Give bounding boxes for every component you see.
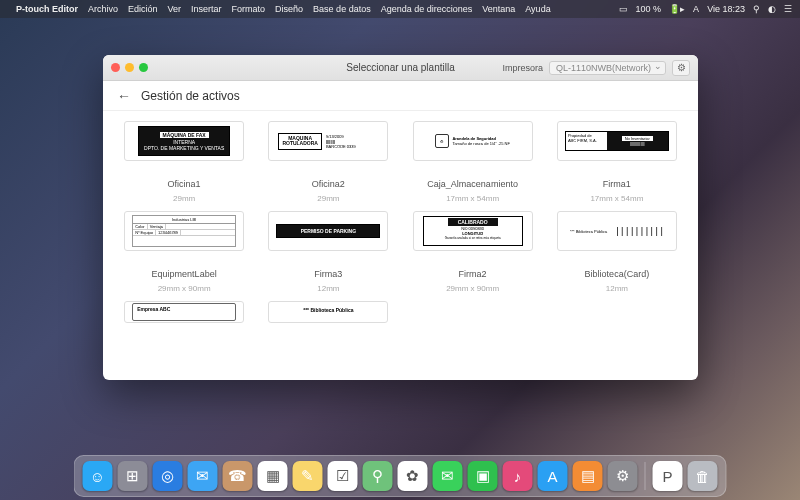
template-name: Oficina2 [312, 179, 345, 189]
clock[interactable]: Vie 18:23 [707, 4, 745, 14]
dock-maps-icon[interactable]: ⚲ [363, 461, 393, 491]
template-card[interactable]: ⚙Arandela de SeguridadTamaño de rosca de… [406, 121, 540, 203]
template-name: Biblioteca(Card) [585, 269, 650, 279]
printer-dropdown[interactable]: QL-1110NWB(Network) [549, 61, 666, 75]
template-card[interactable]: Empresa ABC [117, 301, 251, 323]
template-card[interactable]: PERMISO DE PARKING Firma3 12mm [261, 211, 395, 293]
template-size: 17mm x 54mm [446, 194, 499, 203]
template-size: 29mm x 90mm [446, 284, 499, 293]
dock-notes-icon[interactable]: ✎ [293, 461, 323, 491]
template-card[interactable]: MÁQUINA DE FAXINTERNADPTO. DE MARKETING … [117, 121, 251, 203]
battery-status[interactable]: 100 % [636, 4, 662, 14]
template-name: Caja_Almacenamiento [427, 179, 518, 189]
text-input-icon[interactable]: A [693, 4, 699, 14]
airplay-icon[interactable]: ▭ [619, 4, 628, 14]
template-card[interactable]: CALIBRADON/0 0090830LONGITUDGarantía anu… [406, 211, 540, 293]
dock-photos-icon[interactable]: ✿ [398, 461, 428, 491]
dock-finder-icon[interactable]: ☺ [83, 461, 113, 491]
notification-icon[interactable]: ☰ [784, 4, 792, 14]
macos-dock: ☺⊞◎✉☎▦✎☑⚲✿✉▣♪A▤⚙P🗑 [74, 455, 727, 497]
template-card[interactable]: Industrias LBIColorVentajaNº Equipo12344… [117, 211, 251, 293]
template-card[interactable]: MAQUINAROTULADORA9/13/2009||||||||BARCOD… [261, 121, 395, 203]
menu-formato[interactable]: Formato [232, 4, 266, 14]
template-size: 12mm [606, 284, 628, 293]
dock-mail-icon[interactable]: ✉ [188, 461, 218, 491]
gear-icon: ⚙ [677, 62, 686, 73]
dock-ptouch-icon[interactable]: P [653, 461, 683, 491]
battery-icon: 🔋▸ [669, 4, 685, 14]
template-card[interactable]: Propiedad deABC FIRM, S.A.No Inventariar… [550, 121, 684, 203]
template-size: 29mm [317, 194, 339, 203]
dock-launchpad-icon[interactable]: ⊞ [118, 461, 148, 491]
printer-label: Impresora [502, 63, 543, 73]
menu-edicion[interactable]: Edición [128, 4, 158, 14]
template-name: Firma2 [459, 269, 487, 279]
sub-header: ← Gestión de activos [103, 81, 698, 111]
menu-ayuda[interactable]: Ayuda [525, 4, 550, 14]
dock-safari-icon[interactable]: ◎ [153, 461, 183, 491]
spotlight-icon[interactable]: ⚲ [753, 4, 760, 14]
window-titlebar[interactable]: Seleccionar una plantilla Impresora QL-1… [103, 55, 698, 81]
dock-contacts-icon[interactable]: ☎ [223, 461, 253, 491]
template-size: 12mm [317, 284, 339, 293]
template-name: Oficina1 [168, 179, 201, 189]
settings-button[interactable]: ⚙ [672, 60, 690, 76]
control-center-icon[interactable]: ◐ [768, 4, 776, 14]
dock-trash-icon[interactable]: 🗑 [688, 461, 718, 491]
template-name: EquipmentLabel [152, 269, 217, 279]
menu-diseno[interactable]: Diseño [275, 4, 303, 14]
dock-calendar-icon[interactable]: ▦ [258, 461, 288, 491]
dock-facetime-icon[interactable]: ▣ [468, 461, 498, 491]
template-size: 17mm x 54mm [590, 194, 643, 203]
template-size: 29mm x 90mm [158, 284, 211, 293]
minimize-window-button[interactable] [125, 63, 134, 72]
app-menu[interactable]: P-touch Editor [16, 4, 78, 14]
dock-appstore-icon[interactable]: A [538, 461, 568, 491]
dock-books-icon[interactable]: ▤ [573, 461, 603, 491]
menu-basedatos[interactable]: Base de datos [313, 4, 371, 14]
menu-agenda[interactable]: Agenda de direcciones [381, 4, 473, 14]
template-picker-window: Seleccionar una plantilla Impresora QL-1… [103, 55, 698, 380]
template-size: 29mm [173, 194, 195, 203]
template-grid-scroll[interactable]: MÁQUINA DE FAXINTERNADPTO. DE MARKETING … [103, 111, 698, 380]
close-window-button[interactable] [111, 63, 120, 72]
template-card[interactable]: *** Biblioteca Pública [261, 301, 395, 323]
template-name: Firma1 [603, 179, 631, 189]
menu-insertar[interactable]: Insertar [191, 4, 222, 14]
menu-ventana[interactable]: Ventana [482, 4, 515, 14]
menu-archivo[interactable]: Archivo [88, 4, 118, 14]
dock-messages-icon[interactable]: ✉ [433, 461, 463, 491]
back-button[interactable]: ← [117, 88, 131, 104]
dock-prefs-icon[interactable]: ⚙ [608, 461, 638, 491]
macos-menubar: P-touch Editor Archivo Edición Ver Inser… [0, 0, 800, 18]
page-heading: Gestión de activos [141, 89, 240, 103]
dock-reminders-icon[interactable]: ☑ [328, 461, 358, 491]
template-card[interactable]: *** Biblioteca Pública|||||||||| Bibliot… [550, 211, 684, 293]
zoom-window-button[interactable] [139, 63, 148, 72]
menu-ver[interactable]: Ver [168, 4, 182, 14]
dock-itunes-icon[interactable]: ♪ [503, 461, 533, 491]
template-name: Firma3 [314, 269, 342, 279]
